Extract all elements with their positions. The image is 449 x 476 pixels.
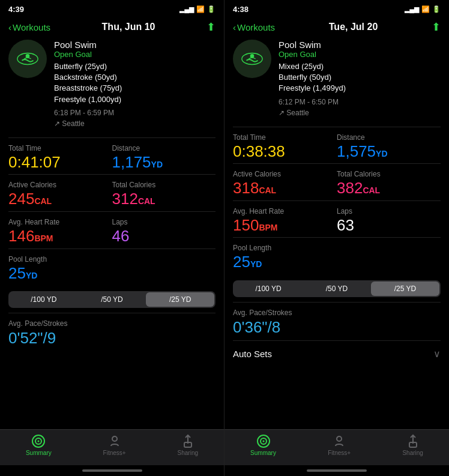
time-range-left: 6:18 PM - 6:59 PM (54, 107, 215, 118)
home-bar-left (82, 469, 142, 472)
share-icon-right[interactable]: ⬆ (432, 20, 441, 34)
workout-header-right: Pool Swim Open Goal Mixed (25yd) Butterf… (233, 40, 441, 118)
stat-active-cal-left: Active Calories 245CAL (8, 174, 112, 211)
stat-total-cal-left: Total Calories 312CAL (112, 174, 216, 211)
tab-fitness-label-left: Fitness+ (103, 450, 126, 456)
content-left: Pool Swim Open Goal Butterfly (25yd) Bac… (0, 40, 224, 429)
segment-25yd-right[interactable]: /25 YD (371, 282, 439, 296)
stat-pool-length-right: Pool Length 25YD (233, 237, 441, 274)
stroke-2: Backstroke (50yd) (54, 72, 215, 83)
chevron-left-icon-right: ‹ (233, 22, 236, 32)
stat-pool-length-left: Pool Length 25YD (8, 249, 215, 286)
nav-bar-right: ‹ Workouts Tue, Jul 20 ⬆ (224, 17, 449, 40)
stats-grid-right: Total Time 0:38:38 Distance 1,575YD Acti… (233, 127, 441, 274)
tab-sharing-label-left: Sharing (178, 450, 198, 456)
stroke-r3: Freestyle (1,499yd) (279, 83, 441, 94)
status-bar-right: 4:38 ▂▄▆ 📶 🔋 (224, 0, 449, 17)
stroke-r1: Mixed (25yd) (279, 61, 441, 72)
content-right: Pool Swim Open Goal Mixed (25yd) Butterf… (224, 40, 449, 429)
pace-value-left: 0'52"/9 (8, 329, 215, 348)
stats-grid-left: Total Time 0:41:07 Distance 1,175YD Acti… (8, 137, 215, 285)
location-left: ↗ Seattle (54, 118, 215, 129)
phone-panel-left: 4:39 ▂▄▆ 📶 🔋 ‹ Workouts Thu, Jun 10 ⬆ (0, 0, 224, 476)
svg-point-12 (337, 436, 342, 441)
signal-icon-right: ▂▄▆ (405, 5, 419, 13)
stat-laps-right: Laps 63 (337, 200, 441, 238)
battery-icon: 🔋 (207, 5, 215, 13)
fitness-icon-right (332, 434, 346, 448)
tab-summary-label-left: Summary (26, 450, 52, 456)
auto-sets-label: Auto Sets (233, 349, 272, 359)
segment-100yd-left[interactable]: /100 YD (10, 292, 78, 307)
segment-100yd-right[interactable]: /100 YD (234, 282, 303, 296)
back-label-right: Workouts (237, 22, 275, 32)
battery-icon-right: 🔋 (432, 5, 441, 13)
chevron-left-icon: ‹ (8, 22, 11, 32)
segment-50yd-left[interactable]: /50 YD (78, 292, 146, 307)
pace-value-right: 0'36"/8 (233, 318, 441, 337)
summary-icon-right (256, 434, 271, 448)
signal-icon: ▂▄▆ (179, 5, 194, 13)
home-indicator-left (0, 465, 224, 476)
summary-icon-left (31, 434, 46, 448)
tab-bar-right: Summary Fitness+ Sharing (224, 429, 449, 465)
location-right: ↗ Seattle (279, 107, 441, 118)
svg-point-11 (262, 441, 264, 442)
workout-time-loc-right: 6:12 PM - 6:50 PM ↗ Seattle (279, 97, 441, 118)
wifi-icon: 📶 (196, 5, 205, 13)
tab-fitness-right[interactable]: Fitness+ (328, 434, 351, 456)
workout-time-loc-left: 6:18 PM - 6:59 PM ↗ Seattle (54, 107, 215, 129)
back-button-left[interactable]: ‹ Workouts (8, 22, 50, 32)
stat-active-cal-right: Active Calories 318CAL (233, 163, 337, 200)
tab-bar-left: Summary Fitness+ Sharing (0, 429, 224, 465)
tab-summary-left[interactable]: Summary (26, 434, 52, 456)
workout-strokes-left: Butterfly (25yd) Backstroke (50yd) Breas… (54, 61, 215, 105)
home-bar-right (307, 469, 367, 472)
segment-50yd-right[interactable]: /50 YD (303, 282, 371, 296)
phone-panel-right: 4:38 ▂▄▆ 📶 🔋 ‹ Workouts Tue, Jul 20 ⬆ (224, 0, 449, 476)
segment-control-right[interactable]: /100 YD /50 YD /25 YD (233, 280, 441, 297)
segment-control-left[interactable]: /100 YD /50 YD /25 YD (8, 291, 215, 308)
stat-distance-right: Distance 1,575YD (337, 127, 441, 164)
workout-type-left: Pool Swim (54, 40, 215, 50)
tab-fitness-label-right: Fitness+ (328, 450, 351, 456)
stroke-3: Breaststroke (75yd) (54, 83, 215, 94)
status-time-right: 4:38 (233, 5, 249, 14)
tab-fitness-left[interactable]: Fitness+ (103, 434, 126, 456)
workout-strokes-right: Mixed (25yd) Butterfly (50yd) Freestyle … (279, 61, 441, 94)
segment-25yd-left[interactable]: /25 YD (146, 292, 214, 307)
back-label-left: Workouts (13, 22, 50, 32)
wifi-icon-right: 📶 (421, 5, 430, 13)
tab-summary-label-right: Summary (250, 450, 276, 456)
sharing-icon-left (181, 434, 195, 448)
workout-goal-right: Open Goal (279, 50, 441, 59)
fitness-icon-left (107, 434, 122, 448)
stroke-r2: Butterfly (50yd) (279, 72, 441, 83)
auto-sets-row[interactable]: Auto Sets ∨ (233, 340, 441, 367)
pace-section-right: Avg. Pace/Strokes 0'36"/8 (233, 302, 441, 340)
share-icon-left[interactable]: ⬆ (206, 20, 215, 34)
stroke-4: Freestyle (1,000yd) (54, 94, 215, 105)
tab-sharing-left[interactable]: Sharing (178, 434, 198, 456)
status-icons-left: ▂▄▆ 📶 🔋 (179, 5, 215, 13)
stat-heart-rate-left: Avg. Heart Rate 146BPM (8, 211, 112, 249)
workout-icon-left (8, 40, 47, 78)
chevron-down-icon: ∨ (433, 348, 441, 360)
workout-info-left: Pool Swim Open Goal Butterfly (25yd) Bac… (54, 40, 215, 129)
workout-icon-right (233, 40, 271, 78)
sharing-icon-right (406, 434, 420, 448)
status-bar-left: 4:39 ▂▄▆ 📶 🔋 (0, 0, 224, 17)
status-time-left: 4:39 (8, 5, 24, 14)
svg-point-5 (112, 436, 117, 441)
workout-info-right: Pool Swim Open Goal Mixed (25yd) Butterf… (279, 40, 441, 118)
stat-total-time-right: Total Time 0:38:38 (233, 127, 337, 164)
home-indicator-right (224, 465, 449, 476)
pace-label-left: Avg. Pace/Strokes (8, 319, 215, 328)
tab-sharing-right[interactable]: Sharing (402, 434, 423, 456)
back-button-right[interactable]: ‹ Workouts (233, 22, 275, 32)
time-range-right: 6:12 PM - 6:50 PM (279, 97, 441, 107)
svg-point-4 (38, 441, 40, 442)
workout-type-right: Pool Swim (279, 40, 441, 50)
nav-title-left: Thu, Jun 10 (102, 22, 155, 32)
tab-summary-right[interactable]: Summary (250, 434, 276, 456)
